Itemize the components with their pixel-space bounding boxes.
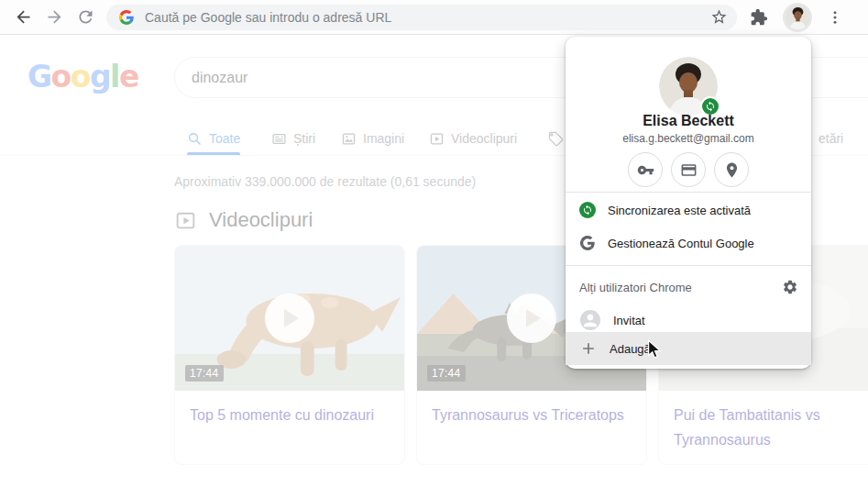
payment-methods-button[interactable]: [671, 152, 706, 187]
search-query-text: dinozaur: [192, 70, 247, 86]
tab-setari-partial[interactable]: etări: [819, 127, 843, 150]
tab-label: Videoclipuri: [451, 131, 517, 146]
profile-name: Elisa Beckett: [566, 113, 811, 129]
tab-toate[interactable]: Toate: [187, 127, 240, 150]
sync-status-item[interactable]: Sincronizarea este activată: [566, 194, 811, 227]
section-title: Videoclipuri: [209, 208, 313, 232]
logo-letter: g: [90, 59, 110, 94]
payment-card-icon: [680, 161, 698, 179]
passwords-button[interactable]: [628, 152, 663, 187]
shopping-tag-icon: [548, 131, 564, 147]
kebab-menu-icon[interactable]: [827, 9, 843, 26]
key-icon: [637, 161, 654, 179]
tab-label: etări: [819, 131, 843, 146]
profile-avatar: [786, 5, 810, 29]
tab-imagini[interactable]: Imagini: [341, 127, 404, 150]
video-title-link[interactable]: Top 5 momente cu dinozauri: [175, 391, 404, 427]
tab-cumparaturi[interactable]: [548, 127, 564, 150]
back-icon: [14, 7, 33, 27]
guest-label: Invitat: [613, 314, 645, 327]
video-title-link[interactable]: Tyrannosaurus vs Triceratops: [417, 391, 646, 427]
tab-videoclipuri[interactable]: Videoclipuri: [429, 127, 517, 150]
browser-toolbar: Caută pe Google sau introdu o adresă URL: [0, 0, 868, 35]
menu-divider: [566, 265, 811, 266]
gear-icon[interactable]: [782, 279, 798, 295]
videos-section-header: Videoclipuri: [174, 208, 313, 232]
video-duration-badge: 17:44: [427, 365, 466, 382]
tab-stiri[interactable]: Știri: [271, 127, 315, 150]
results-stats: Aproximativ 339.000.000 de rezultate (0,…: [174, 174, 476, 189]
sync-status-label: Sincronizarea este activată: [608, 204, 751, 217]
add-user-item[interactable]: Adaugă: [566, 332, 811, 365]
other-users-header: Alți utilizatori Chrome: [566, 271, 811, 304]
video-play-icon: [174, 209, 197, 232]
play-triangle-icon: [526, 309, 541, 327]
manage-google-account-item[interactable]: Gestionează Contul Google: [566, 227, 811, 260]
image-icon: [341, 131, 357, 147]
google-g-icon: [119, 10, 134, 25]
video-thumbnail[interactable]: 17:44: [175, 246, 404, 391]
play-triangle-icon: [284, 309, 299, 327]
reload-icon: [76, 7, 95, 27]
google-g-gray-icon: [579, 235, 596, 251]
google-logo: Google: [27, 59, 138, 94]
addresses-button[interactable]: [714, 152, 749, 187]
play-button[interactable]: [265, 293, 314, 343]
play-button[interactable]: [507, 293, 556, 343]
sync-on-icon: [579, 202, 596, 218]
url-placeholder: Caută pe Google sau introdu o adresă URL: [145, 10, 710, 25]
back-button[interactable]: [7, 2, 38, 33]
search-icon: [187, 131, 203, 147]
logo-letter: o: [51, 59, 71, 94]
extensions-puzzle-icon[interactable]: [750, 8, 768, 27]
news-icon: [271, 131, 287, 147]
other-users-label: Alți utilizatori Chrome: [579, 281, 692, 294]
video-duration-badge: 17:44: [185, 365, 224, 382]
forward-button[interactable]: [38, 2, 70, 33]
tab-label: Știri: [293, 131, 315, 146]
profile-email: elisa.g.beckett@gmail.com: [566, 132, 811, 145]
address-bar[interactable]: Caută pe Google sau introdu o adresă URL: [106, 5, 737, 30]
profile-menu: Elisa Beckett elisa.g.beckett@gmail.com …: [566, 37, 811, 369]
tab-label: Toate: [209, 131, 240, 146]
manage-account-label: Gestionează Contul Google: [608, 237, 754, 250]
video-title-link[interactable]: Pui de Tambatitanis vs Tyrannosaurus: [659, 391, 868, 452]
menu-divider: [566, 192, 811, 193]
account-shortcuts: [566, 152, 811, 187]
profile-menu-avatar: [659, 57, 718, 116]
profile-avatar-button[interactable]: [783, 3, 812, 32]
logo-letter: o: [71, 59, 90, 94]
logo-letter: G: [27, 59, 51, 94]
guest-avatar-icon: [579, 309, 601, 331]
tab-label: Imagini: [363, 131, 404, 146]
location-pin-icon: [723, 161, 741, 179]
reload-button[interactable]: [70, 2, 101, 33]
plus-icon: [579, 339, 598, 358]
video-play-icon: [429, 131, 445, 147]
mouse-cursor: [645, 339, 662, 361]
bookmark-star-icon[interactable]: [710, 8, 728, 26]
video-card[interactable]: 17:44 Top 5 momente cu dinozauri: [174, 245, 405, 465]
logo-letter: l: [110, 59, 119, 94]
logo-letter: e: [119, 59, 138, 94]
forward-icon: [45, 7, 64, 27]
